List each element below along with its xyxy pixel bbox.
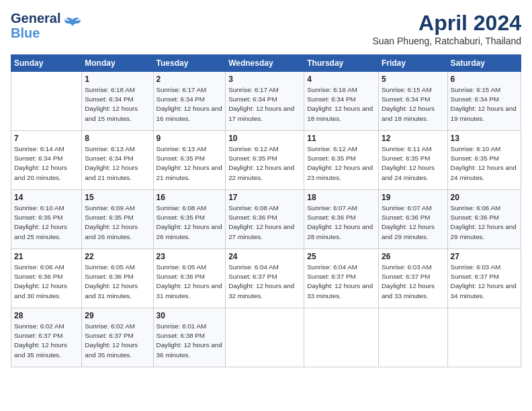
day-info: Sunrise: 6:09 AMSunset: 6:35 PMDaylight:… xyxy=(85,203,150,242)
day-number: 2 xyxy=(157,75,223,84)
month-title: April 2024 xyxy=(372,11,521,36)
day-info: Sunrise: 6:14 AMSunset: 6:34 PMDaylight:… xyxy=(14,144,79,183)
calendar-cell: 12Sunrise: 6:11 AMSunset: 6:35 PMDayligh… xyxy=(378,131,447,190)
day-info: Sunrise: 6:18 AMSunset: 6:34 PMDaylight:… xyxy=(85,85,150,124)
calendar-cell: 23Sunrise: 6:05 AMSunset: 6:36 PMDayligh… xyxy=(153,249,226,308)
day-info: Sunrise: 6:02 AMSunset: 6:37 PMDaylight:… xyxy=(14,322,79,360)
day-info: Sunrise: 6:01 AMSunset: 6:38 PMDaylight:… xyxy=(157,322,223,360)
day-number: 13 xyxy=(451,134,518,143)
day-number: 28 xyxy=(14,311,79,320)
calendar-cell: 11Sunrise: 6:12 AMSunset: 6:35 PMDayligh… xyxy=(304,131,379,190)
day-info: Sunrise: 6:05 AMSunset: 6:36 PMDaylight:… xyxy=(157,263,223,301)
calendar-cell: 30Sunrise: 6:01 AMSunset: 6:38 PMDayligh… xyxy=(153,308,226,367)
logo-bird-icon xyxy=(63,17,82,34)
day-info: Sunrise: 6:13 AMSunset: 6:34 PMDaylight:… xyxy=(85,144,150,183)
calendar-cell: 22Sunrise: 6:05 AMSunset: 6:36 PMDayligh… xyxy=(82,249,153,308)
calendar-table: SundayMondayTuesdayWednesdayThursdayFrid… xyxy=(11,54,521,367)
calendar-cell: 15Sunrise: 6:09 AMSunset: 6:35 PMDayligh… xyxy=(82,190,153,249)
calendar-cell: 29Sunrise: 6:02 AMSunset: 6:37 PMDayligh… xyxy=(82,308,153,367)
day-info: Sunrise: 6:02 AMSunset: 6:37 PMDaylight:… xyxy=(85,322,150,360)
day-info: Sunrise: 6:11 AMSunset: 6:35 PMDaylight:… xyxy=(382,144,445,183)
calendar-cell: 19Sunrise: 6:07 AMSunset: 6:36 PMDayligh… xyxy=(378,190,447,249)
calendar-cell xyxy=(304,308,379,367)
day-info: Sunrise: 6:06 AMSunset: 6:36 PMDaylight:… xyxy=(14,263,79,301)
day-info: Sunrise: 6:07 AMSunset: 6:36 PMDaylight:… xyxy=(382,203,445,242)
week-row-5: 28Sunrise: 6:02 AMSunset: 6:37 PMDayligh… xyxy=(11,308,521,367)
week-row-3: 14Sunrise: 6:10 AMSunset: 6:35 PMDayligh… xyxy=(11,190,521,249)
day-info: Sunrise: 6:07 AMSunset: 6:36 PMDaylight:… xyxy=(307,203,375,242)
day-number: 5 xyxy=(382,75,445,84)
day-number: 7 xyxy=(14,134,79,143)
day-number: 17 xyxy=(228,193,301,202)
calendar-cell: 27Sunrise: 6:03 AMSunset: 6:37 PMDayligh… xyxy=(447,249,521,308)
weekday-header-wednesday: Wednesday xyxy=(226,55,304,72)
calendar-cell: 2Sunrise: 6:17 AMSunset: 6:34 PMDaylight… xyxy=(153,72,226,131)
day-number: 12 xyxy=(382,134,445,143)
calendar-cell: 25Sunrise: 6:04 AMSunset: 6:37 PMDayligh… xyxy=(304,249,379,308)
day-info: Sunrise: 6:12 AMSunset: 6:35 PMDaylight:… xyxy=(307,144,375,183)
day-number: 14 xyxy=(14,193,79,202)
calendar-cell: 4Sunrise: 6:16 AMSunset: 6:34 PMDaylight… xyxy=(304,72,379,131)
logo: General Blue xyxy=(11,11,82,40)
week-row-4: 21Sunrise: 6:06 AMSunset: 6:36 PMDayligh… xyxy=(11,249,521,308)
day-info: Sunrise: 6:03 AMSunset: 6:37 PMDaylight:… xyxy=(382,263,445,301)
calendar-cell: 16Sunrise: 6:08 AMSunset: 6:35 PMDayligh… xyxy=(153,190,226,249)
day-info: Sunrise: 6:17 AMSunset: 6:34 PMDaylight:… xyxy=(228,85,301,124)
day-info: Sunrise: 6:05 AMSunset: 6:36 PMDaylight:… xyxy=(85,263,150,301)
title-block: April 2024 Suan Phueng, Ratchaburi, Thai… xyxy=(372,11,521,46)
calendar-cell: 7Sunrise: 6:14 AMSunset: 6:34 PMDaylight… xyxy=(11,131,82,190)
weekday-header-saturday: Saturday xyxy=(447,55,521,72)
day-number: 16 xyxy=(157,193,223,202)
calendar-cell xyxy=(11,72,82,131)
calendar-cell: 10Sunrise: 6:12 AMSunset: 6:35 PMDayligh… xyxy=(226,131,304,190)
day-number: 4 xyxy=(307,75,375,84)
day-number: 24 xyxy=(228,252,301,261)
weekday-header-thursday: Thursday xyxy=(304,55,379,72)
weekday-header-friday: Friday xyxy=(378,55,447,72)
calendar-cell: 14Sunrise: 6:10 AMSunset: 6:35 PMDayligh… xyxy=(11,190,82,249)
day-number: 9 xyxy=(157,134,223,143)
day-info: Sunrise: 6:03 AMSunset: 6:37 PMDaylight:… xyxy=(451,263,518,301)
day-info: Sunrise: 6:04 AMSunset: 6:37 PMDaylight:… xyxy=(307,263,375,301)
calendar-cell: 8Sunrise: 6:13 AMSunset: 6:34 PMDaylight… xyxy=(82,131,153,190)
calendar-cell: 9Sunrise: 6:13 AMSunset: 6:35 PMDaylight… xyxy=(153,131,226,190)
day-number: 21 xyxy=(14,252,79,261)
day-number: 19 xyxy=(382,193,445,202)
week-row-2: 7Sunrise: 6:14 AMSunset: 6:34 PMDaylight… xyxy=(11,131,521,190)
day-info: Sunrise: 6:10 AMSunset: 6:35 PMDaylight:… xyxy=(14,203,79,242)
day-number: 25 xyxy=(307,252,375,261)
day-number: 3 xyxy=(228,75,301,84)
calendar-cell: 18Sunrise: 6:07 AMSunset: 6:36 PMDayligh… xyxy=(304,190,379,249)
calendar-cell: 13Sunrise: 6:10 AMSunset: 6:35 PMDayligh… xyxy=(447,131,521,190)
calendar-cell xyxy=(226,308,304,367)
day-info: Sunrise: 6:08 AMSunset: 6:35 PMDaylight:… xyxy=(157,203,223,242)
day-number: 22 xyxy=(85,252,150,261)
weekday-header-tuesday: Tuesday xyxy=(153,55,226,72)
day-number: 1 xyxy=(85,75,150,84)
calendar-cell: 20Sunrise: 6:06 AMSunset: 6:36 PMDayligh… xyxy=(447,190,521,249)
weekday-header-row: SundayMondayTuesdayWednesdayThursdayFrid… xyxy=(11,55,521,72)
day-info: Sunrise: 6:08 AMSunset: 6:36 PMDaylight:… xyxy=(228,203,301,242)
calendar-cell: 3Sunrise: 6:17 AMSunset: 6:34 PMDaylight… xyxy=(226,72,304,131)
calendar-cell xyxy=(378,308,447,367)
calendar-cell: 26Sunrise: 6:03 AMSunset: 6:37 PMDayligh… xyxy=(378,249,447,308)
day-number: 30 xyxy=(157,311,223,320)
logo-line1: General xyxy=(11,11,60,26)
day-number: 27 xyxy=(451,252,518,261)
day-info: Sunrise: 6:15 AMSunset: 6:34 PMDaylight:… xyxy=(382,85,445,124)
day-info: Sunrise: 6:04 AMSunset: 6:37 PMDaylight:… xyxy=(228,263,301,301)
calendar-cell xyxy=(447,308,521,367)
calendar-cell: 28Sunrise: 6:02 AMSunset: 6:37 PMDayligh… xyxy=(11,308,82,367)
day-info: Sunrise: 6:06 AMSunset: 6:36 PMDaylight:… xyxy=(451,203,518,242)
day-number: 29 xyxy=(85,311,150,320)
week-row-1: 1Sunrise: 6:18 AMSunset: 6:34 PMDaylight… xyxy=(11,72,521,131)
day-number: 15 xyxy=(85,193,150,202)
day-number: 6 xyxy=(451,75,518,84)
day-info: Sunrise: 6:15 AMSunset: 6:34 PMDaylight:… xyxy=(451,85,518,124)
day-number: 26 xyxy=(382,252,445,261)
calendar-cell: 24Sunrise: 6:04 AMSunset: 6:37 PMDayligh… xyxy=(226,249,304,308)
day-number: 20 xyxy=(451,193,518,202)
day-info: Sunrise: 6:13 AMSunset: 6:35 PMDaylight:… xyxy=(157,144,223,183)
calendar-cell: 6Sunrise: 6:15 AMSunset: 6:34 PMDaylight… xyxy=(447,72,521,131)
day-number: 8 xyxy=(85,134,150,143)
